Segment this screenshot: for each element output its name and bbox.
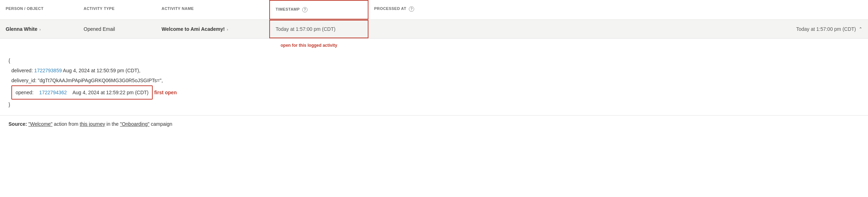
header-timestamp: TIMESTAMP ? bbox=[269, 0, 368, 19]
timestamp-cell: Today at 1:57:00 pm (CDT) bbox=[269, 20, 368, 38]
delivered-label: delivered: bbox=[11, 68, 33, 73]
processed-at-help-icon[interactable]: ? bbox=[409, 6, 414, 12]
person-link[interactable]: Glenna White bbox=[6, 26, 37, 32]
first-open-badge: first open bbox=[154, 90, 177, 95]
brace-close: } bbox=[9, 100, 859, 109]
person-cell: Glenna White › bbox=[0, 20, 78, 38]
person-chevron-icon: › bbox=[39, 27, 41, 32]
opened-label: opened: bbox=[16, 88, 34, 97]
header-activity-type: ACTIVITY TYPE bbox=[78, 0, 156, 19]
timestamp-help-icon[interactable]: ? bbox=[302, 7, 308, 12]
delivery-id-label: delivery_id: bbox=[11, 78, 36, 83]
activity-type-cell: Opened Email bbox=[78, 20, 156, 38]
activity-name-cell: Welcome to Ami Academy! › bbox=[156, 20, 269, 38]
annotation-text: open for this logged activity bbox=[275, 41, 343, 49]
source-journey-link[interactable]: this journey bbox=[80, 121, 105, 127]
opened-row-box: opened: 1722794362 Aug 4, 2024 at 12:59:… bbox=[11, 85, 153, 100]
detail-area: { delivered: 1722793859 Aug 4, 2024 at 1… bbox=[0, 51, 868, 116]
opened-date: Aug 4, 2024 at 12:59:22 pm (CDT) bbox=[72, 88, 148, 97]
delivery-id-value: "dgTt7QkAAJmPApiPAgGRKQ06MG3G0R5oJSGIPTs… bbox=[38, 78, 163, 83]
opened-value[interactable]: 1722794362 bbox=[39, 88, 67, 97]
activity-type-value: Opened Email bbox=[84, 26, 115, 32]
source-row: Source: "Welcome" action from this journ… bbox=[0, 116, 868, 133]
detail-line-1: delivered: 1722793859 Aug 4, 2024 at 12:… bbox=[11, 66, 859, 75]
detail-line-2: delivery_id: "dgTt7QkAAJmPApiPAgGRKQ06MG… bbox=[11, 75, 859, 85]
brace-open: { bbox=[9, 56, 859, 66]
header-processed-at: PROCESSED AT ? bbox=[368, 0, 868, 19]
table-header: PERSON / OBJECT ACTIVITY TYPE ACTIVITY N… bbox=[0, 0, 868, 20]
processed-at-value: Today at 1:57:00 pm (CDT) bbox=[796, 26, 856, 32]
processed-at-cell: Today at 1:57:00 pm (CDT) ⌃ bbox=[368, 20, 868, 38]
activity-name-link[interactable]: Welcome to Ami Academy! bbox=[162, 26, 225, 32]
timestamp-value: Today at 1:57:00 pm (CDT) bbox=[276, 26, 336, 32]
source-middle2: in the bbox=[107, 121, 120, 127]
collapse-icon[interactable]: ⌃ bbox=[859, 27, 862, 32]
header-person-object: PERSON / OBJECT bbox=[0, 0, 78, 19]
header-activity-name: ACTIVITY NAME bbox=[156, 0, 269, 19]
source-label: Source: bbox=[9, 121, 27, 127]
detail-line-3: opened: 1722794362 Aug 4, 2024 at 12:59:… bbox=[11, 85, 859, 100]
delivered-date: Aug 4, 2024 at 12:50:59 pm (CDT), bbox=[63, 68, 141, 73]
annotation-row: open for this logged activity bbox=[0, 39, 868, 51]
activity-name-chevron-icon: › bbox=[227, 27, 228, 32]
source-middle1: action from bbox=[54, 121, 80, 127]
table-row: Glenna White › Opened Email Welcome to A… bbox=[0, 20, 868, 39]
source-suffix: campaign bbox=[151, 121, 173, 127]
delivered-value[interactable]: 1722793859 bbox=[34, 68, 62, 73]
source-action-link[interactable]: "Welcome" bbox=[28, 121, 52, 127]
source-campaign-link[interactable]: "Onboarding" bbox=[120, 121, 150, 127]
